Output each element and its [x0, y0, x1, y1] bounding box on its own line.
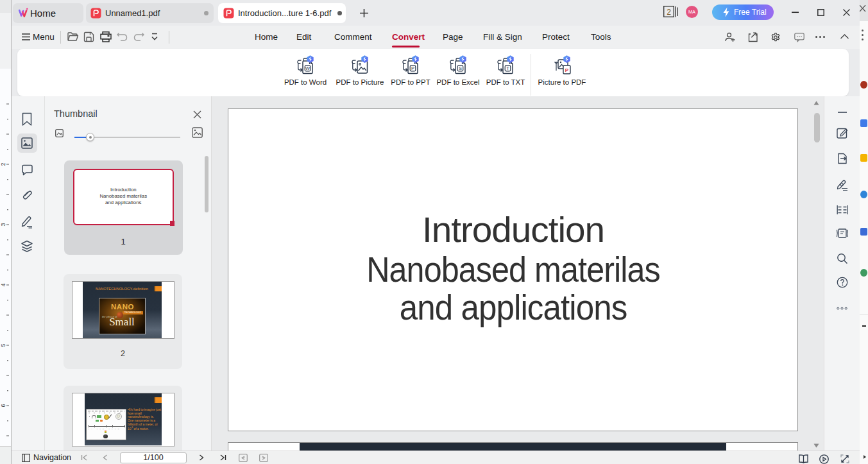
- svg-text:4: 4: [0, 283, 6, 286]
- svg-text:5: 5: [0, 343, 6, 347]
- svg-text:6: 6: [0, 404, 6, 407]
- svg-text:P: P: [411, 65, 414, 71]
- svg-text:2: 2: [667, 8, 671, 17]
- svg-text:T: T: [506, 65, 509, 71]
- svg-text:P: P: [565, 67, 569, 73]
- svg-text:3: 3: [0, 223, 6, 226]
- svg-text:2: 2: [0, 162, 6, 166]
- svg-text:S: S: [459, 65, 462, 71]
- svg-text:W: W: [305, 65, 311, 71]
